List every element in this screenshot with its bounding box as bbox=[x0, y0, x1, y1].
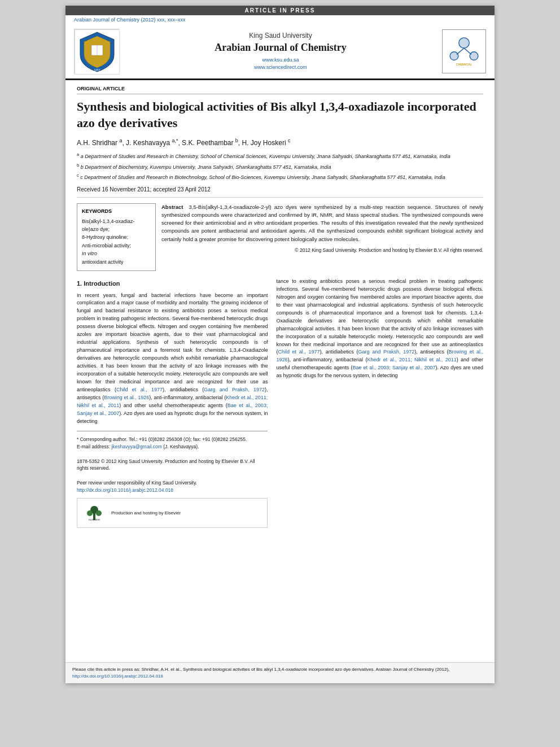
journal-reference: Arabian Journal of Chemistry (2012) xxx,… bbox=[65, 15, 495, 24]
chemical-logo: CHEMICAL bbox=[442, 29, 486, 73]
svg-text:ELSEVIER: ELSEVIER bbox=[89, 518, 100, 521]
cite-text: Please cite this article in press as: Sh… bbox=[72, 667, 449, 672]
svg-text:1957: 1957 bbox=[94, 68, 100, 72]
svg-point-5 bbox=[459, 38, 469, 48]
ksu-logo: 1957 bbox=[74, 29, 119, 74]
keyword-4-cont: antioxidant activity bbox=[82, 258, 151, 266]
keyword-2: 8-Hydroxy quinoline; bbox=[82, 233, 151, 241]
journal-name-header: Arabian Journal of Chemistry bbox=[119, 42, 442, 54]
article-type-label: ORIGINAL ARTICLE bbox=[77, 86, 483, 94]
publisher-text: Production and hosting by Elsevier bbox=[111, 510, 181, 517]
header-center: King Saud University Arabian Journal of … bbox=[119, 32, 442, 72]
left-column: 1. Introduction In recent years, fungal … bbox=[77, 278, 268, 531]
footnote-issn: 1878-5352 © 2012 King Saud University. P… bbox=[77, 458, 268, 473]
abstract-section: KEYWORDS Bis(alkyl-1,3,4-oxadiaz-ole)azo… bbox=[77, 203, 483, 271]
affiliation-a: a a Department of Studies and Research i… bbox=[77, 151, 483, 161]
authors-line: A.H. Shridhar a, J. Keshavayya a,*, S.K.… bbox=[77, 138, 483, 147]
article-title: Synthesis and biological activities of B… bbox=[77, 99, 483, 131]
journal-websites: www.ksu.edu.sa www.sciencedirect.com bbox=[119, 56, 442, 72]
email-link[interactable]: jkeshavyya@gmail.com bbox=[111, 444, 161, 449]
received-date: Received 16 November 2011; accepted 23 A… bbox=[77, 186, 483, 198]
publisher-logo-area: ELSEVIER bbox=[83, 502, 106, 524]
abstract-text: Abstract 3,5-Bis(alkyl-1,3,4-oxadiazole-… bbox=[161, 203, 483, 271]
section-title-intro: 1. Introduction bbox=[77, 279, 268, 289]
university-name: King Saud University bbox=[119, 32, 442, 40]
svg-point-15 bbox=[96, 510, 102, 516]
svg-point-6 bbox=[450, 52, 458, 60]
affiliation-b: b b Department of Biochemistry, Kuvempu … bbox=[77, 162, 483, 172]
keyword-1: Bis(alkyl-1,3,4-oxadiaz-ole)azo dye; bbox=[82, 217, 151, 234]
footnote-doi[interactable]: http://dx.doi.org/10.1016/j.arabjc.2012.… bbox=[77, 487, 268, 494]
right-column: tance to existing antibiotics poses a se… bbox=[276, 278, 483, 531]
footnote-section: * Corresponding author. Tel.: +91 (0)828… bbox=[77, 431, 268, 531]
svg-text:CHEMICAL: CHEMICAL bbox=[456, 63, 473, 66]
bottom-citation-bar: Please cite this article in press as: Sh… bbox=[65, 662, 495, 683]
intro-text-left: In recent years, fungal and bacterial in… bbox=[77, 292, 268, 426]
keyword-4: In vitro bbox=[82, 250, 151, 257]
keywords-box: KEYWORDS Bis(alkyl-1,3,4-oxadiaz-ole)azo… bbox=[77, 203, 156, 271]
intro-text-right: tance to existing antibiotics poses a se… bbox=[276, 278, 483, 380]
bottom-doi-link[interactable]: http://dx.doi.org/10.1016/j.arabjc.2012.… bbox=[72, 674, 163, 679]
journal-page: ARTICLE IN PRESS Arabian Journal of Chem… bbox=[65, 6, 495, 683]
keywords-list: Bis(alkyl-1,3,4-oxadiaz-ole)azo dye; 8-H… bbox=[82, 217, 151, 266]
affiliations: a a Department of Studies and Research i… bbox=[77, 151, 483, 182]
website-1[interactable]: www.ksu.edu.sa bbox=[119, 56, 442, 64]
copyright-line: © 2012 King Saud University. Production … bbox=[161, 247, 483, 254]
footnote-email: E-mail address: jkeshavyya@gmail.com (J.… bbox=[77, 443, 268, 451]
keyword-3: Anti-microbial activity; bbox=[82, 242, 151, 250]
keywords-title: KEYWORDS bbox=[82, 208, 151, 214]
main-content: ORIGINAL ARTICLE Synthesis and biologica… bbox=[65, 80, 495, 537]
journal-header: 1957 King Saud University Arabian Journa… bbox=[65, 24, 495, 80]
article-in-press-banner: ARTICLE IN PRESS bbox=[65, 6, 495, 15]
svg-point-7 bbox=[470, 52, 478, 60]
publisher-box: ELSEVIER Production and hosting by Elsev… bbox=[77, 498, 268, 528]
svg-point-14 bbox=[87, 510, 93, 516]
abstract-label: Abstract bbox=[161, 204, 183, 210]
banner-text: ARTICLE IN PRESS bbox=[245, 7, 316, 14]
and-text: and bbox=[124, 403, 132, 408]
footnote-peer-review: Peer review under responsibility of King… bbox=[77, 479, 268, 487]
affiliation-c: c c Department of Studies and Research i… bbox=[77, 172, 483, 182]
website-2[interactable]: www.sciencedirect.com bbox=[119, 64, 442, 72]
footnote-corresponding: * Corresponding author. Tel.: +91 (0)828… bbox=[77, 436, 268, 443]
two-column-body: 1. Introduction In recent years, fungal … bbox=[77, 278, 483, 531]
